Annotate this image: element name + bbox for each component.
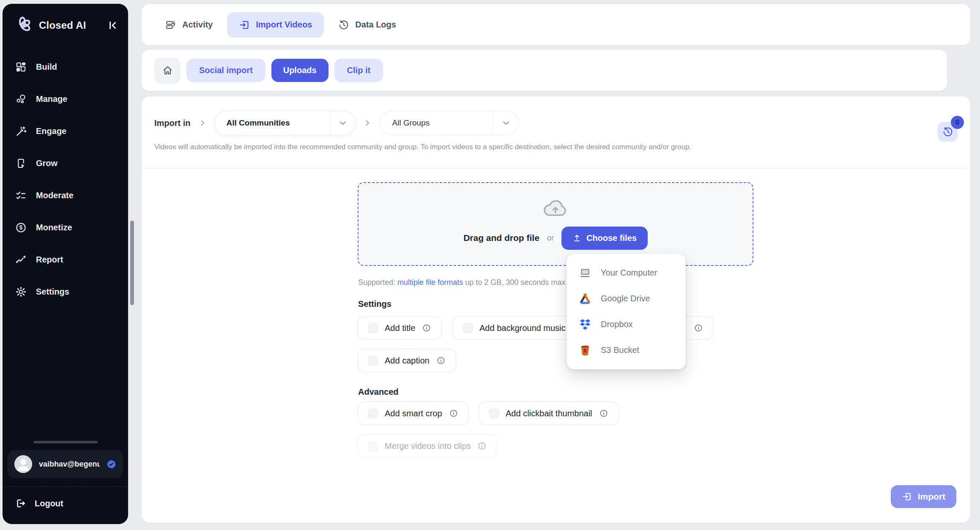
sidebar-item-report[interactable]: Report [12, 251, 119, 269]
menu-item-google-drive[interactable]: Google Drive [567, 286, 685, 311]
sidebar-item-monetize[interactable]: $ Monetize [12, 219, 119, 237]
sidebar-nav: Build Manage [3, 58, 128, 301]
brand-name: Closed AI [39, 19, 86, 31]
info-icon[interactable] [436, 356, 446, 365]
group-select-value: All Groups [380, 118, 430, 128]
or-text: or [547, 234, 554, 243]
info-icon[interactable] [599, 409, 608, 418]
add-smart-crop-checkbox[interactable] [368, 409, 378, 418]
menu-item-label: Dropbox [601, 320, 633, 329]
info-icon[interactable] [694, 323, 703, 333]
sidebar-item-label: Build [36, 62, 57, 72]
sidebar-drag-handle[interactable] [33, 441, 98, 443]
logout-icon [15, 498, 26, 509]
option-add-title[interactable]: Add title [358, 316, 442, 340]
option-merge-videos-into-clips: Merge videos into clips [358, 434, 497, 458]
menu-item-label: Your Computer [601, 268, 657, 278]
info-icon[interactable] [477, 441, 487, 451]
logout-button[interactable]: Logout [3, 487, 128, 524]
tab-import-videos[interactable]: Import Videos [227, 12, 324, 38]
sidebar-item-label: Monetize [36, 223, 72, 232]
sidebar-item-label: Settings [36, 287, 69, 297]
sub-tab-bar: Social import Uploads Clip it [142, 50, 947, 91]
sidebar-bottom: vaibhav@begenu... Logout [3, 441, 128, 524]
option-label: Add title [385, 323, 415, 333]
sidebar-item-manage[interactable]: Manage [12, 90, 119, 108]
choose-files-button[interactable]: Choose files [561, 227, 648, 250]
sidebar-item-label: Moderate [36, 191, 74, 200]
merge-videos-checkbox [368, 441, 378, 451]
import-in-label: Import in [154, 118, 191, 128]
cloud-upload-icon [542, 199, 569, 219]
history-count-badge: 0 [951, 116, 964, 129]
sidebar-item-moderate[interactable]: Moderate [12, 186, 119, 205]
option-add-clickbait-thumbnail[interactable]: Add clickbait thumbnail [479, 402, 619, 425]
community-select-value: All Communities [215, 118, 290, 128]
sidebar-item-grow[interactable]: Grow [12, 154, 119, 172]
upload-icon [572, 234, 581, 243]
file-dropzone[interactable]: Drag and drop file or Choose files [358, 182, 753, 266]
tab-label: Activity [182, 20, 213, 30]
monetize-icon: $ [15, 222, 27, 233]
option-label: Merge videos into clips [385, 441, 471, 451]
option-label: Add clickbait thumbnail [506, 409, 592, 418]
data-logs-history-icon [338, 19, 349, 30]
group-select[interactable]: All Groups [379, 111, 519, 135]
add-title-checkbox[interactable] [368, 323, 378, 333]
community-select[interactable]: All Communities [214, 111, 356, 135]
import-icon [902, 492, 912, 502]
menu-item-your-computer[interactable]: Your Computer [567, 260, 685, 286]
tab-label: Import Videos [256, 20, 312, 30]
user-email: vaibhav@begenu... [39, 460, 100, 469]
build-icon [15, 61, 27, 73]
chevron-right-icon [363, 119, 372, 127]
collapse-left-icon[interactable] [107, 20, 118, 31]
verified-badge-icon [107, 459, 116, 469]
page-scrollbar-thumb[interactable] [130, 221, 134, 305]
moderate-icon [15, 190, 27, 201]
app-window: Closed AI Build [0, 0, 980, 530]
s3-bucket-icon [579, 344, 591, 357]
supported-formats-text: Supported: multiple file formats up to 2… [358, 278, 565, 287]
advanced-section-title: Advanced [358, 387, 399, 397]
logout-label: Logout [35, 499, 63, 508]
chevron-down-icon [331, 118, 355, 128]
google-drive-icon [579, 292, 591, 305]
sidebar-header: Closed AI [3, 4, 128, 39]
top-tab-bar: Activity Import Videos Data Logs [142, 4, 970, 45]
option-add-caption[interactable]: Add caption [358, 349, 456, 372]
menu-item-dropbox[interactable]: Dropbox [567, 311, 685, 337]
home-icon [162, 65, 173, 76]
subtab-clip-it[interactable]: Clip it [334, 59, 383, 82]
sidebar-item-settings[interactable]: Settings [12, 283, 119, 301]
import-destination-row: Import in All Communities All Groups [154, 111, 519, 135]
svg-text:$: $ [19, 224, 23, 231]
import-videos-icon [239, 19, 250, 30]
chevron-down-icon [494, 118, 518, 128]
file-formats-link[interactable]: multiple file formats [397, 278, 463, 287]
brand-logo-icon [13, 16, 32, 35]
menu-item-s3-bucket[interactable]: S3 Bucket [567, 337, 685, 363]
sidebar-item-label: Manage [36, 94, 67, 104]
history-icon [942, 126, 953, 137]
subtab-social-import[interactable]: Social import [186, 59, 266, 82]
chevron-right-icon [198, 119, 207, 127]
info-icon[interactable] [422, 323, 431, 333]
info-icon[interactable] [449, 409, 458, 418]
add-clickbait-thumbnail-checkbox[interactable] [489, 409, 499, 418]
menu-item-label: Google Drive [601, 294, 650, 303]
sidebar-item-build[interactable]: Build [12, 58, 119, 76]
user-card[interactable]: vaibhav@begenu... [8, 450, 123, 478]
add-background-music-checkbox[interactable] [463, 323, 473, 333]
tab-activity[interactable]: Activity [165, 19, 213, 30]
option-add-smart-crop[interactable]: Add smart crop [358, 402, 469, 425]
home-button[interactable] [154, 57, 181, 84]
grow-icon [15, 158, 27, 169]
sidebar: Closed AI Build [3, 4, 128, 524]
subtab-uploads[interactable]: Uploads [271, 59, 328, 82]
tab-data-logs[interactable]: Data Logs [338, 19, 396, 30]
import-history-button[interactable]: 0 [938, 122, 958, 142]
add-caption-checkbox[interactable] [368, 356, 378, 366]
sidebar-item-engage[interactable]: Engage [12, 122, 119, 140]
import-button[interactable]: Import [891, 485, 956, 508]
